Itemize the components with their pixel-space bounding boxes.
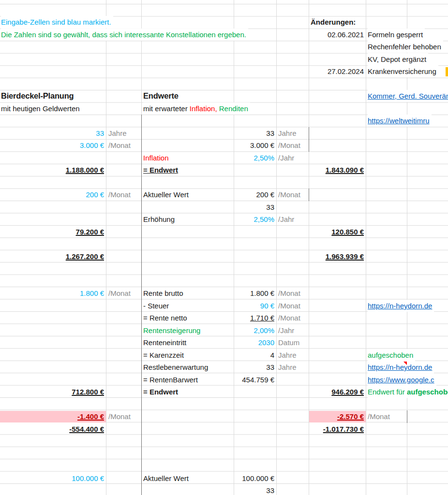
savings-endwert-label: = Endwert (143, 164, 178, 176)
increase-pct-unit: /Jahr (278, 213, 294, 225)
pension-future-note-bold: aufgeschoben (407, 388, 448, 396)
changelog-entry: Krankenversicherung (368, 65, 438, 77)
pension-karenz-value: 4 (234, 349, 274, 361)
weltweitimruhestand-link[interactable]: https://weltweitimru (368, 115, 432, 127)
pension-netto-unit: /Monat (278, 312, 300, 324)
subtitle-right: mit erwarteter Inflation, Renditen (143, 102, 250, 115)
increase-current-label: Aktueller Wert (143, 189, 189, 201)
pension-steigerung-input[interactable]: 2,00% (234, 324, 274, 336)
changelog-date: 02.06.2021 (309, 29, 364, 41)
depot-current-value: 100.000 € (234, 472, 274, 484)
increase-total-future: 1.963.939 € (309, 250, 364, 262)
cell-border-dark (141, 115, 142, 495)
savings-rate-future-unit: /Monat (278, 139, 300, 151)
increase-label: Erhöhung (143, 213, 175, 225)
depot-value-input[interactable]: 100.000 € (0, 472, 104, 484)
gridline-vertical (366, 0, 366, 495)
page-title-left: Bierdeckel-Planung (1, 90, 74, 102)
kommer-book-link[interactable]: Kommer, Gerd. Souverän (368, 90, 448, 102)
aufgeschoben-note: aufgeschoben (368, 349, 415, 361)
pension-total-present: 712.800 € (0, 386, 104, 398)
depot-current-label: Aktueller Wert (143, 472, 189, 484)
cell-border-dark (309, 127, 309, 152)
pension-eintritt-label: Renteneintritt (143, 336, 186, 349)
pension-brutto-value: 1.800 € (234, 287, 274, 299)
gridline-vertical (106, 0, 106, 495)
pension-brutto-label: Rente brutto (143, 287, 183, 299)
withdrawal-monthly-present: -1.400 € (0, 410, 104, 422)
increase-rate-input[interactable]: 200 € (0, 189, 104, 201)
savings-total-present: 1.188.000 € (0, 164, 104, 176)
pension-barwert-label: = RentenBarwert (143, 374, 198, 386)
savings-endwert-future: 1.843.090 € (309, 164, 364, 176)
clipped-yellow-cell (446, 67, 448, 76)
changelog-date: 27.02.2024 (309, 65, 364, 77)
heydorn-tax-link[interactable]: https://n-heydorn.de (368, 300, 434, 312)
pension-steuer-unit: /Monat (278, 300, 300, 312)
spreadsheet: Eingabe-Zellen sind blau markiert. Die Z… (0, 0, 448, 495)
subtitle-right-inflation: Inflation, (190, 104, 217, 113)
changelog-entry: Formeln gesperrt (368, 29, 425, 41)
pension-restleben-unit: Jahre (278, 361, 297, 373)
pension-rate-input[interactable]: 1.800 € (0, 287, 104, 299)
inflation-label: Inflation (143, 152, 169, 164)
pension-karenz-label: = Karenzzeit (143, 349, 184, 361)
note-numbers-chosen: Die Zahlen sind so gewählt, dass sich in… (1, 29, 248, 41)
increase-current-value: 200 € (234, 189, 274, 201)
gridline-vertical (276, 0, 277, 495)
changelog-entry: Rechenfehler behoben (368, 41, 443, 53)
withdrawal-monthly-future-unit: /Monat (368, 410, 390, 422)
pension-netto-value: 1.710 € (234, 312, 274, 324)
pension-steigerung-unit: /Jahr (278, 324, 294, 336)
increase-sum-future: 120.850 € (309, 226, 364, 238)
inflation-unit: /Jahr (278, 152, 294, 164)
pension-brutto-unit: /Monat (278, 287, 300, 299)
savings-rate-future: 3.000 € (234, 139, 274, 151)
pension-barwert-value: 454.759 € (234, 374, 274, 386)
subtitle-left: mit heutigen Geldwerten (1, 102, 80, 115)
page-title-right: Endwerte (143, 90, 179, 102)
pension-restleben-label: Restlebenerwartung (143, 361, 208, 373)
increase-sum-present: 79.200 € (0, 226, 104, 238)
withdrawal-monthly-present-unit: /Monat (108, 410, 131, 422)
pension-endwert-label: = Endwert (143, 386, 178, 398)
google-link[interactable]: https://www.google.c (368, 374, 436, 386)
pension-future-note: Endwert für aufgeschoben (368, 386, 448, 398)
pension-total-future: 946.209 € (309, 386, 364, 398)
savings-years-future-unit: Jahre (278, 127, 297, 139)
withdrawal-total-present: -554.400 € (0, 423, 104, 435)
pension-karenz-unit: Jahre (278, 349, 297, 361)
heydorn-life-link[interactable]: https://n-heydorn.de (368, 361, 434, 373)
savings-years-input[interactable]: 33 (0, 127, 104, 139)
withdrawal-monthly-future: -2.570 € (309, 410, 364, 422)
inflation-input[interactable]: 2,50% (234, 152, 274, 164)
savings-rate-unit: /Monat (108, 139, 131, 151)
cell-border-dark (309, 189, 309, 201)
increase-pct-input[interactable]: 2,50% (234, 213, 274, 225)
pension-netto-label: = Rente netto (143, 312, 187, 324)
savings-years-unit: Jahre (108, 127, 127, 139)
cell-border-dark (407, 410, 407, 423)
increase-current-unit: /Monat (278, 189, 300, 201)
subtitle-right-pre: mit erwarteter (143, 104, 190, 113)
pension-steuer-input[interactable]: 90 € (234, 300, 274, 312)
pension-steuer-label: - Steuer (143, 300, 169, 312)
savings-years-future: 33 (234, 127, 274, 139)
pension-rate-unit: /Monat (108, 287, 131, 299)
withdrawal-total-future: -1.017.730 € (309, 423, 364, 435)
changelog-entry: KV, Depot ergänzt (368, 53, 428, 65)
changelog-title: Änderungen: (311, 16, 356, 28)
depot-years: 33 (234, 484, 274, 495)
pension-steigerung-label: Rentensteigerung (143, 324, 200, 336)
pension-restleben-value: 33 (234, 361, 274, 373)
increase-total-present: 1.267.200 € (0, 250, 104, 262)
increase-years: 33 (234, 201, 274, 213)
savings-rate-input[interactable]: 3.000 € (0, 139, 104, 151)
gridline-vertical (234, 0, 234, 495)
pension-future-note-pre: Endwert für (368, 388, 407, 396)
note-input-cells: Eingabe-Zellen sind blau markiert. (1, 16, 113, 28)
pension-eintritt-unit: Datum (278, 336, 299, 349)
pension-eintritt-input[interactable]: 2030 (234, 336, 274, 349)
subtitle-right-renditen: Renditen (217, 104, 248, 113)
increase-rate-unit: /Monat (108, 189, 131, 201)
